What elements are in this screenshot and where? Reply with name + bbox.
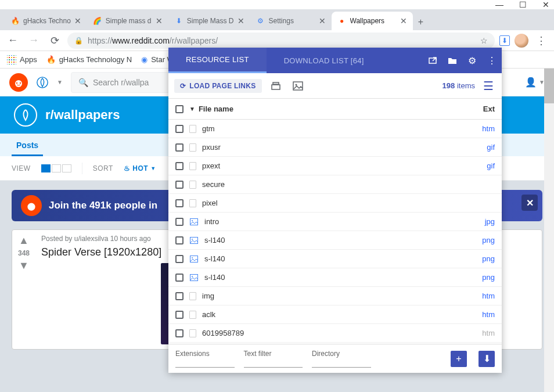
tab-download-list[interactable]: DOWNLOAD LIST [64]	[267, 48, 382, 73]
maximize-icon[interactable]: ☐	[519, 1, 526, 8]
divider	[82, 163, 82, 174]
file-name: secure	[202, 180, 225, 189]
chevron-down-icon: ▼	[150, 166, 156, 171]
forward-button[interactable]: →	[26, 33, 42, 49]
user-dropdown[interactable]: 👤 ▼	[525, 77, 545, 88]
row-checkbox[interactable]	[175, 311, 184, 319]
row-checkbox[interactable]	[175, 199, 184, 207]
row-checkbox[interactable]	[175, 255, 184, 263]
file-row[interactable]: imghtm	[168, 287, 502, 305]
row-checkbox[interactable]	[175, 143, 184, 152]
view-mode-picker[interactable]	[41, 164, 71, 172]
reload-button[interactable]: ⟳	[46, 33, 63, 49]
view-compact-icon[interactable]	[62, 164, 71, 172]
tab-close-icon[interactable]: ✕	[238, 16, 244, 26]
doc-file-icon	[189, 329, 196, 337]
bookmark-ghacks[interactable]: 🔥gHacks Technology N	[46, 55, 132, 64]
downloader-ext-icon[interactable]: ⬇	[499, 35, 510, 46]
extensions-filter[interactable]: Extensions	[175, 350, 235, 368]
new-tab-button[interactable]: +	[413, 14, 429, 30]
layers-icon[interactable]	[268, 81, 284, 91]
text-filter[interactable]: Text filter	[244, 350, 303, 368]
doc-file-icon	[189, 125, 196, 133]
apps-button[interactable]: Apps	[7, 55, 37, 64]
chevron-down-icon[interactable]: ▼	[57, 79, 63, 85]
file-row[interactable]: pixel	[168, 194, 502, 213]
upvote-button[interactable]: ▲	[19, 235, 29, 247]
tab-close-icon[interactable]: ✕	[156, 16, 163, 26]
post-score: 348	[18, 249, 30, 257]
tab-settings[interactable]: ⚙ Settings ✕	[250, 12, 332, 30]
scrollbar-thumb[interactable]	[544, 69, 554, 103]
file-name: gtm	[202, 124, 215, 133]
row-checkbox[interactable]	[175, 125, 184, 133]
file-row[interactable]: s-l140png	[168, 231, 502, 250]
row-checkbox[interactable]	[175, 292, 184, 300]
favicon-icon: 🔥	[46, 55, 56, 64]
tab-resource-list[interactable]: RESOURCE LIST	[168, 48, 267, 73]
url-input[interactable]: 🔒 https://www.reddit.com/r/wallpapers/ ☆	[67, 33, 495, 49]
row-checkbox[interactable]	[175, 274, 184, 282]
folder-icon[interactable]	[443, 56, 462, 64]
close-banner-button[interactable]: ✕	[521, 195, 538, 211]
page-scrollbar[interactable]	[544, 69, 554, 392]
tab-wallpapers[interactable]: ● Wallpapers ✕	[332, 12, 413, 30]
load-page-links-button[interactable]: ⟳ LOAD PAGE LINKS	[174, 79, 262, 93]
tab-simple-mass[interactable]: 🌈 Simple mass d ✕	[87, 12, 168, 30]
row-checkbox[interactable]	[175, 181, 184, 189]
file-row[interactable]: 6019958789htm	[168, 324, 502, 343]
image-icon[interactable]	[290, 81, 306, 91]
sort-hot-button[interactable]: ♨ HOT ▼	[124, 164, 156, 172]
tab-posts[interactable]: Posts	[12, 141, 43, 156]
tab-close-icon[interactable]: ✕	[400, 16, 407, 26]
minimize-icon[interactable]: —	[496, 1, 503, 8]
tab-ghacks[interactable]: 🔥 gHacks Techno ✕	[5, 12, 87, 30]
more-icon[interactable]: ⋮	[482, 55, 502, 66]
row-checkbox[interactable]	[175, 218, 184, 226]
image-file-icon	[189, 236, 199, 245]
file-name: intro	[204, 217, 219, 226]
search-input[interactable]: 🔍 Search r/wallpa	[71, 72, 175, 93]
file-row[interactable]: s-l140png	[168, 268, 502, 287]
column-ext[interactable]: Ext	[483, 105, 495, 113]
view-classic-icon[interactable]	[52, 164, 61, 172]
column-filename[interactable]: ▼File name	[189, 105, 233, 113]
file-ext: htm	[482, 124, 495, 133]
reddit-logo-icon[interactable]	[9, 73, 28, 92]
file-row[interactable]: aclkhtm	[168, 305, 502, 324]
file-row[interactable]: secure	[168, 175, 502, 194]
file-row[interactable]: gtmhtm	[168, 120, 502, 138]
select-all-checkbox[interactable]	[175, 105, 184, 113]
add-button[interactable]: +	[451, 351, 467, 367]
file-name: s-l140	[204, 254, 225, 263]
directory-filter[interactable]: Directory	[312, 350, 371, 368]
bookmark-label: gHacks Technology N	[59, 55, 132, 64]
row-checkbox[interactable]	[175, 162, 184, 170]
user-icon: 👤	[525, 77, 537, 88]
file-row[interactable]: pxextgif	[168, 157, 502, 175]
file-row[interactable]: s-l140png	[168, 250, 502, 268]
file-row[interactable]: pxusrgif	[168, 138, 502, 157]
view-card-icon[interactable]	[41, 164, 51, 172]
file-list[interactable]: gtmhtmpxusrgifpxextgifsecurepixelintrojp…	[168, 120, 502, 344]
back-button[interactable]: ←	[5, 33, 21, 49]
download-button[interactable]: ⬇	[479, 351, 495, 367]
menu-icon[interactable]: ⋮	[533, 33, 549, 49]
row-checkbox[interactable]	[175, 236, 184, 244]
close-window-icon[interactable]: ✕	[542, 1, 549, 8]
row-checkbox[interactable]	[175, 329, 184, 337]
subreddit-nav-icon[interactable]	[36, 76, 49, 89]
filter-bar: Extensions Text filter Directory + ⬇	[168, 344, 502, 373]
file-row[interactable]: introjpg	[168, 213, 502, 231]
profile-avatar[interactable]	[515, 34, 528, 48]
star-icon[interactable]: ☆	[480, 36, 488, 45]
open-window-icon[interactable]	[423, 56, 443, 65]
tab-close-icon[interactable]: ✕	[74, 16, 81, 26]
file-name: s-l140	[204, 236, 225, 244]
tab-close-icon[interactable]: ✕	[319, 16, 326, 26]
apps-icon	[7, 55, 16, 64]
gear-icon[interactable]: ⚙	[462, 55, 482, 66]
hamburger-icon[interactable]: ☰	[481, 79, 496, 93]
tab-simple-mass-2[interactable]: ⬇ Simple Mass D ✕	[168, 12, 250, 30]
downvote-button[interactable]: ▼	[19, 260, 29, 272]
